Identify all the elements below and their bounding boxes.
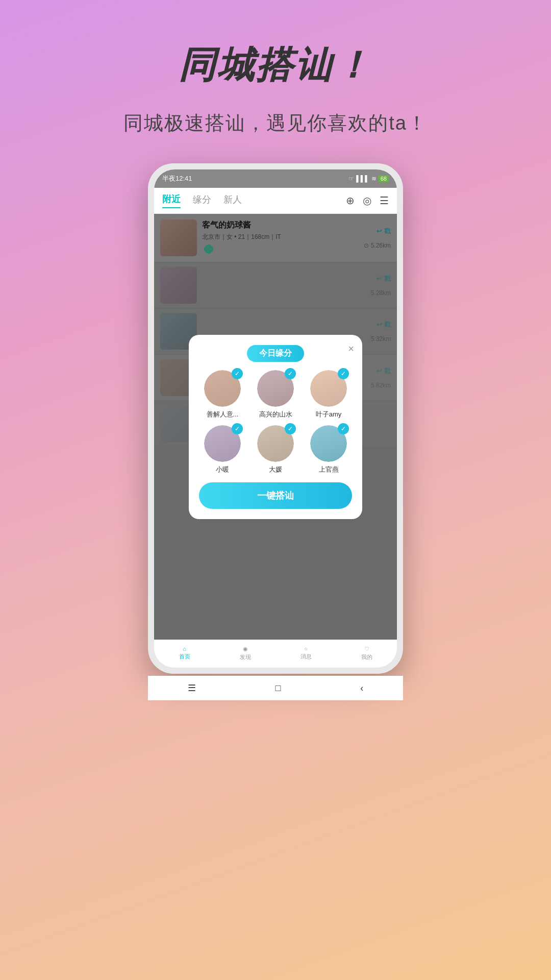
wifi-icon: ≋ xyxy=(371,175,377,182)
tab-newbie[interactable]: 新人 xyxy=(223,193,242,208)
signal-icon: ▌▌▌ xyxy=(356,175,369,182)
modal-person[interactable]: ✓ 善解人意... xyxy=(199,370,246,419)
modal-avatar-wrap: ✓ xyxy=(257,370,294,407)
modal-avatar-wrap: ✓ xyxy=(204,370,241,407)
modal-close-button[interactable]: × xyxy=(348,343,354,355)
menu-icon[interactable]: ☰ xyxy=(380,194,389,207)
user-list: 客气的奶球酱 北京市｜女 • 21｜168cm｜IT ↩ 戳 ⊙ 5.26km xyxy=(154,214,397,640)
modal-avatar-wrap: ✓ xyxy=(204,425,241,462)
person-name: 叶子amy xyxy=(316,410,342,419)
person-name: 大媛 xyxy=(269,465,282,474)
check-icon: ✓ xyxy=(285,423,296,434)
android-back-button[interactable]: ‹ xyxy=(360,683,363,694)
modal-avatar-wrap: ✓ xyxy=(310,425,347,462)
status-time: 半夜12:41 xyxy=(162,174,192,183)
page-subtitle: 同城极速搭讪，遇见你喜欢的ta！ xyxy=(0,110,551,136)
nav-action-icons: ⊕ ◎ ☰ xyxy=(346,194,389,207)
person-name: 上官燕 xyxy=(319,465,339,474)
discover-icon: ◉ xyxy=(243,646,248,652)
tab-fate[interactable]: 缘分 xyxy=(193,193,211,208)
modal-person[interactable]: ✓ 叶子amy xyxy=(305,370,352,419)
check-icon: ✓ xyxy=(285,368,296,379)
battery-icon: 68 xyxy=(379,175,389,182)
messages-icon: ○ xyxy=(304,646,308,652)
person-name: 善解人意... xyxy=(207,410,239,419)
profile-label: 我的 xyxy=(361,653,372,661)
quick-match-button[interactable]: 一键搭讪 xyxy=(199,482,352,509)
bottom-nav-item-messages[interactable]: ○ 消息 xyxy=(300,646,312,660)
android-menu-button[interactable]: ☰ xyxy=(188,682,196,694)
messages-label: 消息 xyxy=(300,653,312,660)
modal-person[interactable]: ✓ 高兴的山水 xyxy=(252,370,299,419)
status-icons: ☞ ▌▌▌ ≋ 68 xyxy=(348,175,389,182)
home-label: 首页 xyxy=(179,653,190,660)
check-icon: ✓ xyxy=(232,423,243,434)
modal-overlay: 今日缘分 × xyxy=(154,214,397,640)
check-icon: ✓ xyxy=(338,423,349,434)
phone-outer: 半夜12:41 ☞ ▌▌▌ ≋ 68 附近 缘分 新人 ⊕ ◎ xyxy=(148,163,403,674)
modal-avatar-wrap: ✓ xyxy=(257,425,294,462)
phone-wrapper: 半夜12:41 ☞ ▌▌▌ ≋ 68 附近 缘分 新人 ⊕ ◎ xyxy=(148,163,403,919)
home-icon: ⌂ xyxy=(183,646,186,652)
person-name: 小暖 xyxy=(216,465,229,474)
modal-persons-grid: ✓ 善解人意... ✓ xyxy=(199,370,352,474)
android-nav-bar: ☰ □ ‹ xyxy=(148,676,403,700)
location-icon[interactable]: ◎ xyxy=(363,194,371,207)
bottom-nav: ⌂ 首页 ◉ 发现 ○ 消息 ♡ 我的 xyxy=(154,640,397,666)
person-name: 高兴的山水 xyxy=(259,410,292,419)
page-background: 同城搭讪！ 同城极速搭讪，遇见你喜欢的ta！ 半夜12:41 ☞ ▌▌▌ ≋ 6… xyxy=(0,0,551,136)
bottom-nav-item-discover[interactable]: ◉ 发现 xyxy=(240,646,251,661)
tab-nearby[interactable]: 附近 xyxy=(162,193,181,208)
modal-person[interactable]: ✓ 大媛 xyxy=(252,425,299,474)
filter-icon[interactable]: ⊕ xyxy=(346,194,355,207)
modal-person[interactable]: ✓ 上官燕 xyxy=(305,425,352,474)
discover-label: 发现 xyxy=(240,653,251,661)
modal-card: 今日缘分 × xyxy=(189,335,362,519)
page-title: 同城搭讪！ xyxy=(0,0,551,90)
check-icon: ✓ xyxy=(338,368,349,379)
status-bar: 半夜12:41 ☞ ▌▌▌ ≋ 68 xyxy=(154,169,397,188)
nav-tabs-bar: 附近 缘分 新人 ⊕ ◎ ☰ xyxy=(154,188,397,214)
bottom-nav-item-home[interactable]: ⌂ 首页 xyxy=(179,646,190,660)
modal-title-badge: 今日缘分 xyxy=(247,345,304,362)
phone-inner: 半夜12:41 ☞ ▌▌▌ ≋ 68 附近 缘分 新人 ⊕ ◎ xyxy=(154,169,397,668)
modal-person[interactable]: ✓ 小暖 xyxy=(199,425,246,474)
profile-icon: ♡ xyxy=(364,646,369,652)
modal-avatar-wrap: ✓ xyxy=(310,370,347,407)
android-home-button[interactable]: □ xyxy=(276,683,281,694)
bluetooth-icon: ☞ xyxy=(348,175,354,182)
check-icon: ✓ xyxy=(232,368,243,379)
modal-title-bar: 今日缘分 xyxy=(199,345,352,362)
bottom-nav-item-profile[interactable]: ♡ 我的 xyxy=(361,646,372,661)
